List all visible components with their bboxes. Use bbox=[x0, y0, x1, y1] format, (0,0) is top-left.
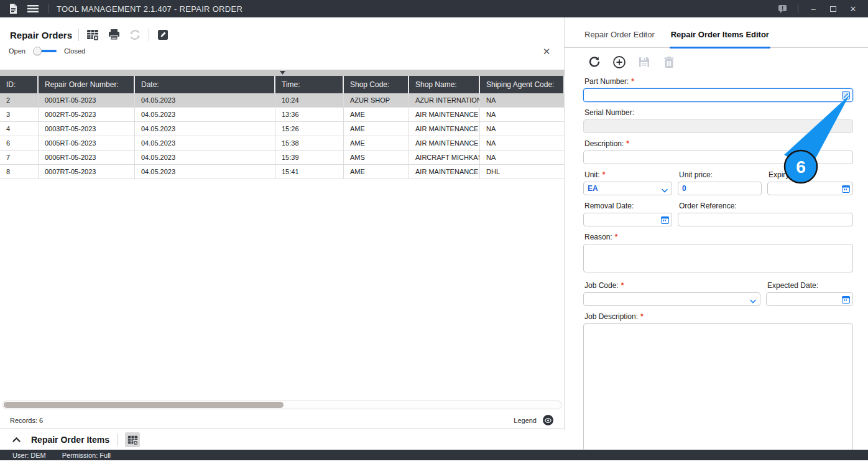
cell-shop-name: AIR MAINTENANCE E... bbox=[409, 165, 480, 179]
calendar-icon[interactable] bbox=[842, 184, 850, 195]
calendar-icon[interactable] bbox=[842, 295, 850, 306]
items-excel-export-icon[interactable] bbox=[125, 432, 140, 447]
unit-price-input[interactable] bbox=[678, 182, 762, 195]
edit-clipboard-icon[interactable] bbox=[155, 27, 170, 42]
cell-date: 04.05.2023 bbox=[135, 93, 275, 107]
cell-shop-code: AME bbox=[344, 136, 409, 150]
job-description-textarea[interactable] bbox=[583, 323, 853, 451]
cell-ron: 0006RT-05-2023 bbox=[39, 151, 135, 164]
calendar-icon[interactable] bbox=[661, 215, 669, 226]
cell-agent: NA bbox=[480, 93, 565, 107]
cell-time: 15:38 bbox=[275, 136, 344, 150]
refresh-icon-disabled[interactable] bbox=[127, 27, 142, 42]
cell-date: 04.05.2023 bbox=[135, 136, 275, 150]
table-header-row: ID: Repair Order Number: Date: Time: Sho… bbox=[0, 76, 565, 93]
serial-number-label: Serial Number: bbox=[584, 108, 634, 117]
table-row[interactable]: 3 0002RT-05-2023 04.05.2023 13:36 AME AI… bbox=[0, 108, 565, 122]
table-row[interactable]: 4 0003RT-05-2023 04.05.2023 15:26 AME AI… bbox=[0, 122, 565, 136]
cell-agent: NA bbox=[480, 108, 565, 121]
app-window: TOOL MANAGEMENT 2.1.407 - REPAIR ORDER –… bbox=[0, 0, 868, 464]
reason-textarea[interactable] bbox=[583, 244, 853, 272]
cell-shop-code: AMS bbox=[344, 151, 409, 164]
column-header-shop-code[interactable]: Shop Code: bbox=[344, 76, 409, 93]
feedback-icon[interactable] bbox=[774, 2, 792, 16]
table-row[interactable]: 6 0005RT-05-2023 04.05.2023 15:38 AME AI… bbox=[0, 136, 565, 151]
description-input[interactable] bbox=[583, 151, 853, 164]
items-bar-title: Repair Order Items bbox=[31, 435, 109, 445]
column-header-shop-name[interactable]: Shop Name: bbox=[409, 76, 480, 93]
required-marker: * bbox=[603, 170, 606, 179]
cell-ron: 0001RT-05-2023 bbox=[39, 93, 135, 107]
order-reference-label: Order Reference: bbox=[679, 202, 737, 210]
delete-icon[interactable] bbox=[662, 55, 676, 70]
editor-toolbar bbox=[587, 55, 676, 70]
cell-time: 15:39 bbox=[275, 151, 344, 164]
column-header-repair-order-number[interactable]: Repair Order Number: bbox=[39, 76, 135, 93]
minimize-button[interactable]: – bbox=[805, 2, 822, 16]
panel-close-button[interactable]: ✕ bbox=[540, 45, 553, 58]
open-closed-toggle-row: Open Closed bbox=[9, 47, 85, 55]
tab-repair-order-items-editor[interactable]: Repair Order Items Editor bbox=[671, 30, 769, 47]
cell-agent: NA bbox=[480, 136, 565, 150]
open-closed-switch[interactable] bbox=[33, 47, 57, 55]
editor-form: Part Number:* Serial Number: Description… bbox=[583, 77, 853, 460]
reason-label: Reason: bbox=[584, 233, 612, 241]
main-area: Repair Orders ✕ Open bbox=[0, 17, 868, 450]
unit-label: Unit: bbox=[584, 170, 600, 179]
cell-time: 13:36 bbox=[275, 108, 344, 121]
removal-date-input[interactable] bbox=[583, 213, 672, 226]
removal-date-label: Removal Date: bbox=[584, 202, 634, 210]
restore-button[interactable] bbox=[824, 2, 842, 16]
print-icon[interactable] bbox=[106, 27, 121, 42]
column-header-shipping-agent-code[interactable]: Shiping Agent Code: bbox=[480, 76, 565, 93]
unit-value: EA bbox=[588, 184, 598, 193]
cell-date: 04.05.2023 bbox=[135, 151, 275, 164]
table-row[interactable]: 7 0006RT-05-2023 04.05.2023 15:39 AMS AI… bbox=[0, 151, 565, 165]
tab-repair-order-editor[interactable]: Repair Order Editor bbox=[584, 30, 655, 47]
column-header-date[interactable]: Date: bbox=[135, 76, 275, 93]
expected-date-input[interactable] bbox=[766, 292, 853, 306]
add-item-icon[interactable] bbox=[612, 55, 627, 70]
cell-time: 15:41 bbox=[275, 165, 344, 179]
close-button[interactable]: ✕ bbox=[844, 2, 862, 16]
job-code-select[interactable] bbox=[583, 292, 760, 306]
required-marker: * bbox=[626, 139, 629, 148]
titlebar: TOOL MANAGEMENT 2.1.407 - REPAIR ORDER –… bbox=[0, 0, 868, 17]
column-header-id[interactable]: ID: bbox=[0, 76, 39, 93]
table-row[interactable]: 8 0007RT-05-2023 04.05.2023 15:41 AME AI… bbox=[0, 165, 565, 179]
column-header-time[interactable]: Time: bbox=[275, 76, 344, 93]
repair-orders-header: Repair Orders bbox=[10, 26, 170, 44]
chevron-down-icon bbox=[662, 186, 668, 195]
items-bar-separator bbox=[117, 434, 118, 446]
cell-shop-code: AME bbox=[344, 165, 409, 179]
part-number-input[interactable] bbox=[583, 88, 853, 102]
switch-knob[interactable] bbox=[33, 47, 42, 55]
save-icon[interactable] bbox=[637, 55, 652, 70]
switch-track bbox=[39, 50, 57, 52]
unit-price-label: Unit price: bbox=[679, 170, 713, 179]
cell-ron: 0007RT-05-2023 bbox=[39, 165, 135, 179]
excel-export-icon[interactable] bbox=[85, 27, 100, 42]
cell-shop-name: AIR MAINTENANCE E... bbox=[409, 108, 480, 121]
expiry-date-input[interactable] bbox=[767, 182, 853, 195]
part-number-lookup-icon[interactable] bbox=[842, 91, 850, 102]
cell-shop-name: AIR MAINTENANCE E... bbox=[409, 136, 480, 150]
table-collapse-strip[interactable] bbox=[0, 70, 565, 76]
order-reference-input[interactable] bbox=[678, 213, 853, 226]
cell-shop-code: AZUR SHOP bbox=[344, 93, 409, 107]
table-row[interactable]: 2 0001RT-05-2023 04.05.2023 10:24 AZUR S… bbox=[0, 93, 565, 108]
horizontal-scrollbar[interactable] bbox=[2, 401, 562, 409]
titlebar-separator-2 bbox=[798, 4, 798, 13]
expiry-date-label: Expiry Date: bbox=[769, 170, 809, 179]
refresh-icon[interactable] bbox=[587, 55, 602, 70]
required-marker: * bbox=[621, 281, 624, 290]
legend-eye-icon[interactable] bbox=[543, 415, 553, 425]
document-icon[interactable] bbox=[5, 2, 21, 16]
collapse-chevron-icon[interactable] bbox=[9, 432, 24, 447]
status-permission: Permission: Full bbox=[62, 452, 111, 459]
scrollbar-thumb[interactable] bbox=[4, 402, 284, 408]
toolbar-separator-2 bbox=[149, 29, 149, 41]
unit-select[interactable]: EA bbox=[583, 182, 672, 195]
menu-icon[interactable] bbox=[25, 2, 41, 16]
serial-number-input bbox=[583, 119, 853, 133]
